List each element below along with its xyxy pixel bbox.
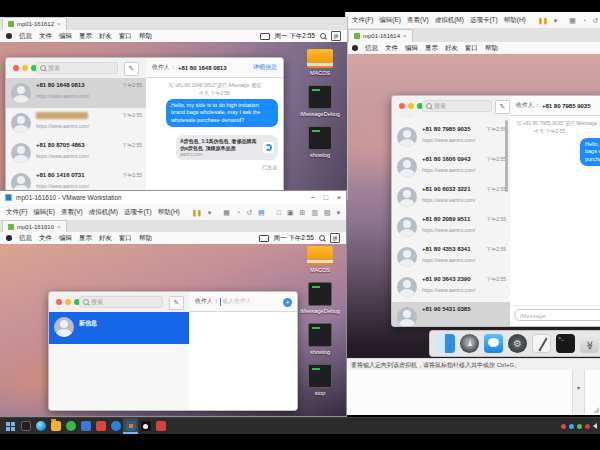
pause-vm-button[interactable]: ❚❚ xyxy=(192,209,202,216)
menu-bar-clock[interactable]: 周一 下午2:55 xyxy=(275,32,315,41)
menu-view[interactable]: 显示 xyxy=(425,44,438,53)
taskbar-itunes[interactable] xyxy=(138,418,153,434)
scrollbar-track[interactable]: ▾ xyxy=(572,370,585,415)
spotlight-icon[interactable] xyxy=(319,235,325,241)
conversation-item-selected[interactable]: +81 80 1648 0813 下午2:55 https://www.aart… xyxy=(6,78,146,108)
compose-button[interactable]: ✎ xyxy=(124,62,139,76)
tray-green-icon[interactable] xyxy=(577,424,582,429)
vmware-tools-icon[interactable] xyxy=(259,235,269,242)
unity-mode-icon[interactable]: ⊞ xyxy=(300,209,306,216)
menu-help[interactable]: 帮助 xyxy=(139,234,152,243)
taskbar-red-app-2[interactable] xyxy=(153,418,168,434)
messages-titlebar[interactable]: 搜索 ✎ xyxy=(6,58,146,79)
vm-menu-vm[interactable]: 虚拟机(M) xyxy=(89,208,118,217)
power-dropdown-icon[interactable]: ▾ xyxy=(208,209,212,216)
add-recipient-button[interactable]: + xyxy=(283,298,292,307)
close-window-button[interactable] xyxy=(56,299,62,305)
vm-menu-edit[interactable]: 编辑(E) xyxy=(379,16,401,25)
snapshot-revert-icon[interactable]: ↺ xyxy=(592,17,598,24)
thumbnail-bar-icon[interactable]: ▧ xyxy=(324,209,331,216)
volume-icon[interactable] xyxy=(593,423,597,429)
menu-messages[interactable]: 信息 xyxy=(365,44,378,53)
desktop-icon-imessagedebug[interactable]: iMessageDebug xyxy=(300,85,340,117)
vm-menu-file[interactable]: 文件(F) xyxy=(352,16,373,25)
tray-red-icon[interactable] xyxy=(561,424,566,429)
conversation-item[interactable]: +81 80 8705 4863 下午2:55 https://www.aart… xyxy=(6,138,146,168)
minimize-window-button[interactable] xyxy=(408,103,414,109)
conversation-item[interactable]: +81 80 1606 0943 下午2:55 https://www.aart… xyxy=(392,152,510,182)
apple-menu-icon[interactable] xyxy=(6,235,12,241)
menu-edit[interactable]: 编辑 xyxy=(405,44,418,53)
recipient-field-placeholder[interactable]: 输入收件人 xyxy=(222,297,252,306)
conversation-item[interactable]: +81 80 2089 9511 下午2:55 https://www.aart… xyxy=(392,212,510,242)
vm-menu-tabs[interactable]: 选项卡(T) xyxy=(124,208,152,217)
close-tab-icon[interactable]: × xyxy=(57,224,61,230)
desktop-icon-stop[interactable]: stop xyxy=(308,364,332,396)
taskbar-file-explorer[interactable] xyxy=(48,418,63,434)
input-method-icon[interactable]: 拼 xyxy=(330,233,340,243)
taskbar-browser-app[interactable] xyxy=(108,418,123,434)
menu-view[interactable]: 显示 xyxy=(79,234,92,243)
desktop-icon-macos[interactable]: MACOS xyxy=(307,246,333,273)
minimize-window-button[interactable] xyxy=(22,65,28,71)
launchpad-dock-icon[interactable] xyxy=(460,334,479,353)
snapshot-take-icon[interactable]: ◔ xyxy=(582,17,586,24)
vm-menu-view[interactable]: 查看(V) xyxy=(407,16,429,25)
close-tab-icon[interactable]: × xyxy=(403,33,407,39)
desktop-icon-showlog[interactable]: showlog xyxy=(308,126,332,158)
conversation-item[interactable]: +81 80 7985 9035 下午2:55 https://www.aart… xyxy=(392,122,510,152)
vm-tab[interactable]: mp01-161612 × xyxy=(2,17,67,30)
snapshot-revert-icon[interactable]: ↺ xyxy=(246,209,252,216)
minimize-window-button[interactable] xyxy=(65,299,71,305)
desktop-icon-showlog[interactable]: showlog xyxy=(308,323,332,355)
console-view-icon[interactable]: □ xyxy=(277,209,281,216)
menu-buddies[interactable]: 好友 xyxy=(445,44,458,53)
library-icon[interactable]: ▥ xyxy=(311,209,318,216)
vmware-tools-icon[interactable] xyxy=(260,33,270,40)
fullscreen-icon[interactable]: ▣ xyxy=(287,209,294,216)
start-button[interactable] xyxy=(3,418,18,434)
scroll-down-icon[interactable]: ▾ xyxy=(573,384,584,391)
menu-edit[interactable]: 编辑 xyxy=(59,32,72,41)
close-window-button[interactable] xyxy=(399,103,405,109)
menu-file[interactable]: 文件 xyxy=(39,234,52,243)
menu-bar-clock[interactable]: 周一 下午2:55 xyxy=(274,234,314,243)
conversation-item[interactable]: +81 80 4353 8341 下午2:55 https://www.aart… xyxy=(392,242,510,272)
details-link[interactable]: 详细信息 xyxy=(253,63,277,72)
conversation-item[interactable]: +81 90 6032 3221 下午2:55 https://www.aart… xyxy=(392,182,510,212)
sidebar-scrollbar[interactable] xyxy=(505,120,508,192)
downloads-app-dock-icon[interactable]: ≫ xyxy=(580,334,599,353)
conversation-item[interactable]: +81 90 3643 2390 下午2:55 https://www.aart… xyxy=(392,272,510,302)
search-input[interactable]: 搜索 xyxy=(79,296,163,308)
menu-edit[interactable]: 编辑 xyxy=(59,234,72,243)
spotlight-icon[interactable] xyxy=(320,33,326,39)
close-tab-icon[interactable]: × xyxy=(57,21,61,27)
terminal-dock-icon[interactable]: >_ xyxy=(556,334,575,353)
tray-blue-icon[interactable] xyxy=(569,424,574,429)
tray-pink-icon[interactable] xyxy=(585,424,590,429)
link-preview-bubble[interactable]: A货包包_1:1高仿包包_奢侈品牌高仿a货包包_顶级原单品质 aartmt.co… xyxy=(176,135,278,160)
menu-view[interactable]: 显示 xyxy=(79,32,92,41)
resize-grip[interactable] xyxy=(593,407,599,413)
maximize-button[interactable]: □ xyxy=(324,194,328,201)
desktop-icon-imessagedebug[interactable]: iMessageDebug xyxy=(300,282,340,314)
taskbar-red-app[interactable] xyxy=(93,418,108,434)
snapshot-take-icon[interactable]: ◔ xyxy=(236,209,240,216)
menu-window[interactable]: 窗口 xyxy=(119,32,132,41)
vmware-titlebar[interactable]: mp01-161610 - VMware Workstation − □ × xyxy=(0,191,346,205)
pause-vm-button[interactable]: ❚❚ xyxy=(538,17,548,24)
ctrl-alt-del-icon[interactable]: ▦ xyxy=(569,17,576,24)
menu-file[interactable]: 文件 xyxy=(39,32,52,41)
system-preferences-dock-icon[interactable]: ⚙ xyxy=(508,334,527,353)
menu-messages[interactable]: 信息 xyxy=(19,32,32,41)
menu-buddies[interactable]: 好友 xyxy=(99,234,112,243)
snapshot-manager-icon[interactable]: ▤ xyxy=(258,209,265,216)
apple-menu-icon[interactable] xyxy=(6,33,12,39)
taskbar-green-app[interactable] xyxy=(63,418,78,434)
messages-titlebar[interactable]: 搜索 ✎ xyxy=(392,96,510,117)
search-input[interactable]: 搜索 xyxy=(422,100,492,112)
vm-menu-vm[interactable]: 虚拟机(M) xyxy=(435,16,464,25)
apple-menu-icon[interactable] xyxy=(352,45,358,51)
menu-help[interactable]: 帮助 xyxy=(485,44,498,53)
power-dropdown-icon[interactable]: ▾ xyxy=(554,17,558,24)
